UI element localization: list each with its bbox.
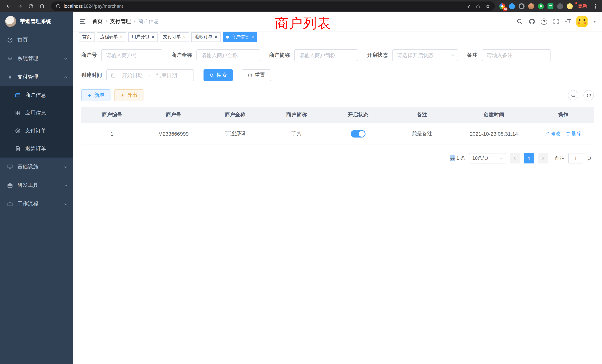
extension-green-circle-icon[interactable]: [538, 3, 544, 9]
dashboard-icon: [7, 37, 13, 43]
monitor-icon: [7, 164, 13, 170]
close-icon[interactable]: ×: [251, 35, 254, 39]
share-icon[interactable]: [476, 3, 481, 9]
close-icon[interactable]: ×: [215, 35, 217, 39]
sidebar-item-home[interactable]: 首页: [0, 31, 73, 49]
chevron-right-icon: [541, 156, 545, 161]
bookmark-star-icon[interactable]: [485, 3, 490, 9]
browser-refresh-button[interactable]: [26, 1, 36, 11]
export-button[interactable]: 导出: [114, 89, 143, 101]
browser-forward-button[interactable]: [15, 1, 24, 11]
sidebar-item-infrastructure[interactable]: 基础设施: [0, 158, 73, 176]
breadcrumb-payment[interactable]: 支付管理: [110, 18, 131, 25]
main-area: 首页 / 支付管理 / 商户信息 商户列表 ? TT: [73, 12, 602, 364]
sidebar-item-workflow[interactable]: 工作流程: [0, 195, 73, 213]
delete-link[interactable]: 删除: [566, 130, 581, 137]
browser-menu-icon[interactable]: [592, 4, 598, 9]
breadcrumb-home[interactable]: 首页: [92, 18, 103, 25]
update-badge-dot: [575, 2, 577, 4]
refresh-icon: [248, 73, 252, 78]
help-icon[interactable]: ?: [541, 18, 547, 25]
sidebar-item-system[interactable]: 系统管理: [0, 49, 73, 68]
extension-avatar-icon[interactable]: [528, 3, 534, 9]
extension-ring-icon[interactable]: [519, 3, 525, 9]
font-size-icon[interactable]: TT: [565, 19, 571, 24]
browser-update-button[interactable]: 更新: [576, 2, 589, 10]
site-info-icon[interactable]: [56, 3, 61, 9]
chevron-down-icon: [64, 165, 68, 169]
extension-sheet-icon[interactable]: [548, 3, 553, 9]
sidebar-item-app-info[interactable]: 应用信息: [0, 104, 73, 122]
merchant-short-name-input[interactable]: [294, 49, 358, 61]
sidebar-item-pay-order[interactable]: 支付订单: [0, 122, 73, 140]
status-toggle[interactable]: [351, 130, 366, 138]
forward-icon: [17, 3, 22, 9]
tab-merchant-info[interactable]: 商户信息×: [223, 32, 257, 42]
avatar-dropdown-caret-icon[interactable]: [593, 21, 596, 22]
extension-badge: 10: [503, 7, 507, 11]
browser-toolbar: localhost:1024/pay/merchant 10: [0, 0, 602, 12]
browser-home-button[interactable]: [37, 1, 47, 11]
col-full-name: 商户全称: [204, 107, 266, 123]
user-avatar[interactable]: [576, 16, 588, 27]
page: localhost:1024/pay/merchant 10: [0, 0, 602, 364]
tab-refund-order[interactable]: 退款订单×: [191, 32, 221, 42]
navbar-actions: ? TT: [516, 16, 596, 27]
prev-page-button[interactable]: [510, 153, 520, 163]
sidebar-menu: 首页 系统管理 支付管理 商户信息: [0, 31, 73, 364]
address-bar[interactable]: localhost:1024/pay/merchant: [51, 1, 495, 11]
hamburger-icon: [79, 18, 86, 25]
cell-remark: 我是备注: [389, 123, 456, 145]
search-button[interactable]: 搜索: [204, 69, 233, 81]
tab-user-group[interactable]: 用户分组×: [128, 32, 158, 42]
create-time-range-picker[interactable]: -: [106, 69, 194, 81]
table-header-row: 商户编号 商户号 商户全称 商户简称 开启状态 备注 创建时间 操作: [81, 107, 594, 123]
sidebar-item-payment[interactable]: 支付管理: [0, 68, 73, 86]
chevron-up-icon: [64, 75, 68, 79]
end-date-input[interactable]: [152, 72, 182, 79]
github-icon[interactable]: [529, 18, 535, 25]
sidebar-toggle-button[interactable]: [79, 18, 86, 25]
search-icon[interactable]: [516, 18, 523, 25]
tab-process-form[interactable]: 流程表单×: [97, 32, 126, 42]
show-search-toggle-button[interactable]: [568, 90, 578, 100]
col-actions: 操作: [532, 107, 594, 123]
add-button[interactable]: 新增: [81, 89, 110, 101]
browser-back-button[interactable]: [4, 1, 13, 11]
status-select[interactable]: [392, 49, 458, 61]
merchant-no-input[interactable]: [101, 49, 162, 61]
extension-blue-icon[interactable]: [509, 3, 515, 9]
col-short-name: 商户简称: [266, 107, 327, 123]
cell-create-time: 2021-10-23 08:31:14: [455, 123, 532, 145]
col-remark: 备注: [389, 107, 456, 123]
app-logo[interactable]: 芋道管理系统: [0, 12, 73, 31]
breadcrumb-separator: /: [134, 19, 135, 24]
fullscreen-icon[interactable]: [553, 18, 559, 25]
filter-row-1: 商户号 商户全称 商户简称 开启状态: [81, 49, 594, 61]
tab-home[interactable]: 首页: [79, 32, 95, 42]
close-icon[interactable]: ×: [183, 35, 186, 39]
sidebar-item-merchant-info[interactable]: 商户信息: [0, 86, 73, 104]
password-key-icon[interactable]: [466, 3, 471, 9]
refresh-table-button[interactable]: [583, 90, 594, 100]
tab-pay-order[interactable]: 支付订单×: [160, 32, 189, 42]
extension-pin-icon[interactable]: [557, 3, 563, 9]
chevron-down-icon: [64, 56, 68, 61]
chevron-down-icon: [64, 183, 68, 187]
page-size-select[interactable]: 10条/页: [469, 153, 506, 163]
start-date-input[interactable]: [118, 72, 147, 79]
page-number-button[interactable]: 1: [524, 153, 534, 163]
goto-page-input[interactable]: [568, 153, 583, 163]
extension-emoji-icon[interactable]: [567, 3, 573, 9]
merchant-full-name-input[interactable]: [196, 49, 260, 61]
close-icon[interactable]: ×: [120, 35, 123, 39]
extension-colorful-icon[interactable]: 10: [499, 3, 505, 9]
goto-label: 前往: [555, 155, 565, 162]
sidebar-item-refund-order[interactable]: 退款订单: [0, 140, 73, 158]
close-icon[interactable]: ×: [152, 35, 154, 39]
reset-button[interactable]: 重置: [242, 69, 271, 81]
sidebar-item-dev-tools[interactable]: 研发工具: [0, 176, 73, 195]
next-page-button[interactable]: [538, 153, 548, 163]
edit-link[interactable]: 修改: [545, 130, 560, 137]
remark-input[interactable]: [482, 49, 551, 61]
